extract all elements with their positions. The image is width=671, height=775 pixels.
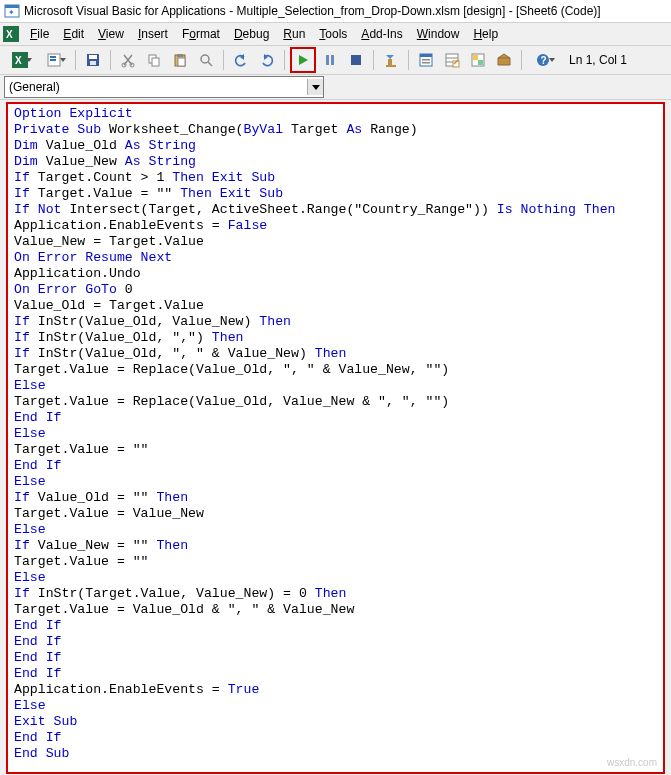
menu-insert[interactable]: Insert <box>132 25 174 43</box>
svg-marker-24 <box>299 55 308 65</box>
svg-rect-32 <box>420 54 432 57</box>
watermark: wsxdn.com <box>607 757 657 768</box>
view-excel-button[interactable]: X <box>4 48 36 72</box>
object-dropdown[interactable]: (General) <box>4 76 324 98</box>
separator <box>373 50 374 70</box>
separator <box>284 50 285 70</box>
cut-button[interactable] <box>116 48 140 72</box>
svg-rect-8 <box>50 56 56 58</box>
svg-rect-9 <box>50 59 56 61</box>
object-dropdown-value: (General) <box>9 80 60 94</box>
redo-button[interactable] <box>255 48 279 72</box>
menu-bar: X File Edit View Insert Format Debug Run… <box>0 23 671 46</box>
svg-rect-33 <box>422 59 430 61</box>
svg-rect-16 <box>152 58 159 66</box>
svg-rect-34 <box>422 62 430 64</box>
svg-rect-11 <box>89 55 97 59</box>
break-button[interactable] <box>318 48 342 72</box>
svg-line-21 <box>208 62 212 66</box>
find-button[interactable] <box>194 48 218 72</box>
svg-text:X: X <box>15 55 22 66</box>
svg-point-20 <box>201 55 209 63</box>
undo-button[interactable] <box>229 48 253 72</box>
menu-debug[interactable]: Debug <box>228 25 275 43</box>
separator <box>75 50 76 70</box>
copy-button[interactable] <box>142 48 166 72</box>
svg-rect-27 <box>351 55 361 65</box>
object-browser-button[interactable] <box>466 48 490 72</box>
title-bar: ✦ Microsoft Visual Basic for Application… <box>0 0 671 23</box>
toolbox-button[interactable] <box>492 48 516 72</box>
menu-view[interactable]: View <box>92 25 130 43</box>
menu-file[interactable]: File <box>24 25 55 43</box>
svg-rect-19 <box>178 58 185 66</box>
menu-edit[interactable]: Edit <box>57 25 90 43</box>
code-pane[interactable]: Option Explicit Private Sub Worksheet_Ch… <box>6 102 665 774</box>
menu-window[interactable]: Window <box>411 25 466 43</box>
svg-rect-18 <box>177 54 183 57</box>
design-mode-button[interactable] <box>379 48 403 72</box>
reset-button[interactable] <box>344 48 368 72</box>
excel-icon[interactable]: X <box>2 26 20 42</box>
chevron-down-icon <box>307 79 323 95</box>
svg-rect-26 <box>331 55 334 65</box>
menu-format[interactable]: Format <box>176 25 226 43</box>
menu-run[interactable]: Run <box>277 25 311 43</box>
save-button[interactable] <box>81 48 105 72</box>
window-title: Microsoft Visual Basic for Applications … <box>24 4 601 18</box>
run-button[interactable] <box>290 47 316 73</box>
procedure-dropdown-row: (General) <box>0 75 671 100</box>
svg-text:X: X <box>6 29 13 40</box>
menu-tools[interactable]: Tools <box>313 25 353 43</box>
svg-rect-12 <box>90 61 96 65</box>
help-button[interactable]: ? <box>527 48 559 72</box>
project-explorer-button[interactable] <box>414 48 438 72</box>
separator <box>223 50 224 70</box>
svg-marker-28 <box>386 55 394 59</box>
separator <box>408 50 409 70</box>
insert-module-button[interactable] <box>38 48 70 72</box>
menu-help[interactable]: Help <box>467 25 504 43</box>
vba-app-icon: ✦ <box>4 3 20 19</box>
svg-rect-29 <box>388 59 392 65</box>
menu-addins[interactable]: Add-Ins <box>355 25 408 43</box>
code-text[interactable]: Option Explicit Private Sub Worksheet_Ch… <box>8 104 663 764</box>
separator <box>521 50 522 70</box>
svg-text:?: ? <box>541 55 547 66</box>
svg-rect-41 <box>478 60 483 65</box>
cursor-position-label: Ln 1, Col 1 <box>569 53 627 67</box>
paste-button[interactable] <box>168 48 192 72</box>
svg-rect-25 <box>326 55 329 65</box>
svg-rect-40 <box>473 55 478 60</box>
toolbar: X ? Ln 1, Col 1 <box>0 46 671 75</box>
svg-text:✦: ✦ <box>8 8 15 17</box>
properties-button[interactable] <box>440 48 464 72</box>
separator <box>110 50 111 70</box>
